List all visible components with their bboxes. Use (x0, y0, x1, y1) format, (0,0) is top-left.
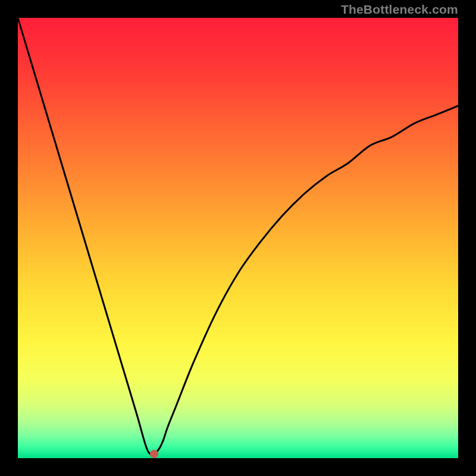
curve-path (18, 18, 458, 455)
plot-area (18, 18, 458, 458)
chart-marker-dot (150, 450, 158, 458)
watermark-text: TheBottleneck.com (341, 2, 458, 17)
chart-frame: TheBottleneck.com (0, 0, 476, 476)
chart-curve (18, 18, 458, 458)
